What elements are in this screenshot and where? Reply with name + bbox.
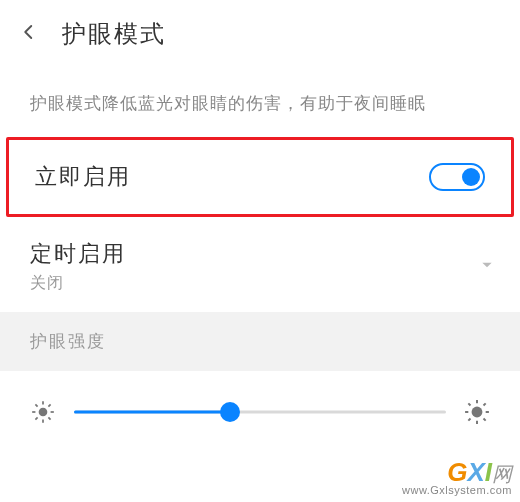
watermark-url: www.Gxlsystem.com (402, 485, 512, 496)
enable-now-row[interactable]: 立即启用 (6, 137, 514, 217)
svg-line-17 (468, 419, 470, 421)
svg-line-8 (35, 417, 37, 419)
watermark-brand: GXI网 (402, 459, 512, 485)
scheduled-label: 定时启用 (30, 239, 126, 269)
svg-line-9 (48, 404, 50, 406)
svg-line-15 (468, 403, 470, 405)
slider-fill (74, 411, 230, 414)
scheduled-left: 定时启用 关闭 (30, 239, 126, 294)
intensity-section-label: 护眼强度 (0, 312, 520, 371)
intensity-slider[interactable] (74, 402, 446, 422)
scheduled-row[interactable]: 定时启用 关闭 (0, 221, 520, 312)
intensity-slider-row (0, 371, 520, 443)
svg-point-1 (39, 408, 48, 417)
svg-line-7 (48, 417, 50, 419)
chevron-down-icon (480, 258, 494, 276)
header: 护眼模式 (0, 0, 520, 62)
description-text: 护眼模式降低蓝光对眼睛的伤害，有助于夜间睡眠 (0, 62, 520, 133)
slider-thumb[interactable] (220, 402, 240, 422)
watermark: GXI网 www.Gxlsystem.com (402, 459, 512, 496)
toggle-knob (462, 168, 480, 186)
page-title: 护眼模式 (62, 18, 166, 50)
brightness-high-icon (464, 399, 490, 425)
enable-now-toggle[interactable] (429, 163, 485, 191)
svg-line-16 (484, 419, 486, 421)
svg-point-10 (472, 407, 483, 418)
brightness-low-icon (30, 399, 56, 425)
enable-now-label: 立即启用 (35, 162, 131, 192)
svg-line-18 (484, 403, 486, 405)
svg-marker-0 (482, 262, 491, 267)
svg-line-6 (35, 404, 37, 406)
back-icon[interactable] (20, 23, 38, 45)
scheduled-status: 关闭 (30, 273, 126, 294)
